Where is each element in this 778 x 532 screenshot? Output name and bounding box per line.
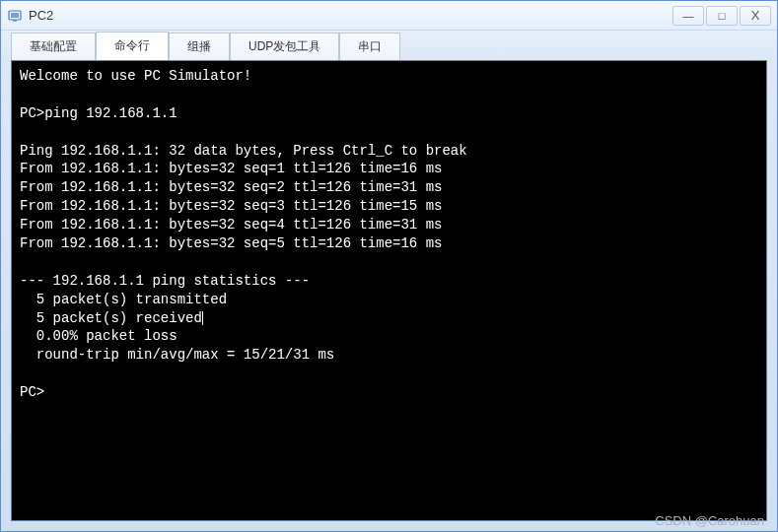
tab-basic-config[interactable]: 基础配置: [11, 33, 96, 60]
window-title: PC2: [29, 8, 671, 23]
minimize-button[interactable]: —: [672, 6, 704, 26]
tab-multicast[interactable]: 组播: [169, 33, 230, 60]
maximize-button[interactable]: □: [706, 6, 738, 26]
svg-rect-1: [11, 13, 19, 18]
close-button[interactable]: X: [740, 6, 771, 26]
tabbar: 基础配置 命令行 组播 UDP发包工具 串口: [1, 31, 777, 60]
tab-serial[interactable]: 串口: [339, 33, 400, 60]
window-frame: PC2 — □ X 基础配置 命令行 组播 UDP发包工具 串口 Welcome…: [0, 0, 778, 532]
window-controls: — □ X: [671, 6, 771, 26]
tab-command-line[interactable]: 命令行: [96, 32, 169, 60]
tab-udp-packet[interactable]: UDP发包工具: [230, 33, 339, 60]
terminal-container: Welcome to use PC Simulator! PC>ping 192…: [1, 60, 777, 531]
app-icon: [7, 8, 23, 24]
terminal-output[interactable]: Welcome to use PC Simulator! PC>ping 192…: [11, 60, 767, 521]
titlebar[interactable]: PC2 — □ X: [1, 1, 777, 31]
